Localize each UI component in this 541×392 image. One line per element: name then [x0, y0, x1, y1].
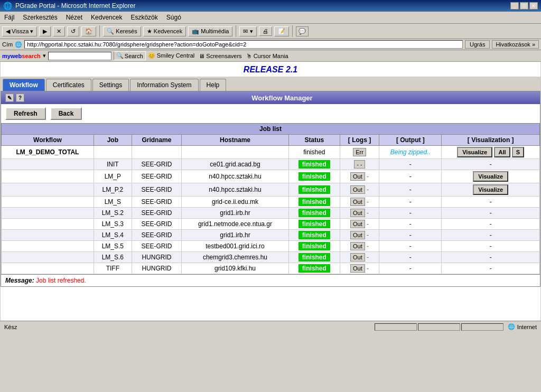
cell-job: LM_S.4 — [94, 230, 132, 241]
cell-hostname — [182, 146, 289, 159]
cell-hostname: grid1.irb.hr — [182, 208, 289, 219]
panel-header: ✎ ? Workflow Manager — [1, 91, 540, 104]
home-button[interactable]: 🏠 — [81, 26, 96, 36]
menu-favorites[interactable]: Kedvencek — [89, 13, 124, 22]
btn-row: Refresh Back — [1, 104, 540, 123]
refresh-button[interactable]: ↺ — [67, 26, 79, 36]
col-gridname-header: Gridname — [132, 135, 181, 146]
tab-settings[interactable]: Settings — [92, 79, 129, 91]
cell-job: LM_S.2 — [94, 208, 132, 219]
edit-icon[interactable]: ✎ — [5, 94, 14, 102]
visualize-button[interactable]: Visualize — [473, 184, 508, 195]
cell-visualization: - — [442, 252, 540, 263]
refresh-btn[interactable]: Refresh — [5, 107, 46, 120]
col-logs-header: [ Logs ] — [340, 135, 379, 146]
cell-status: finished — [288, 146, 340, 159]
search-input-wrap — [48, 52, 111, 60]
search-input[interactable] — [49, 53, 110, 59]
tab-help[interactable]: Help — [200, 79, 227, 91]
cell-output: - — [379, 197, 442, 208]
out-log-button[interactable]: Out — [350, 185, 365, 194]
menu-edit[interactable]: Szerkesztés — [21, 13, 59, 22]
being-zipped-text: Being zipped.. — [390, 148, 431, 156]
minimize-btn[interactable]: _ — [510, 2, 519, 10]
table-row: TIFFHUNGRIDgrid109.kfki.hufinishedOut --… — [2, 263, 540, 274]
print-button[interactable]: 🖨 — [259, 26, 272, 36]
menu-file[interactable]: Fájl — [2, 13, 16, 22]
cell-logs: Out - — [340, 170, 379, 183]
maximize-btn[interactable]: □ — [520, 2, 528, 10]
search-dropdown-icon[interactable]: ▾ — [43, 52, 46, 59]
out-log-button[interactable]: Out — [350, 198, 365, 206]
visualize-button[interactable]: Visualize — [457, 147, 492, 157]
out-log-button[interactable]: Out — [350, 253, 365, 262]
cell-gridname: SEE-GRID — [132, 183, 181, 197]
cell-hostname: grid1.irb.hr — [182, 230, 289, 241]
menu-bar: Fájl Szerkesztés Nézet Kedvencek Eszközö… — [0, 12, 541, 24]
cell-status: finished — [288, 263, 340, 274]
help-icon[interactable]: ? — [16, 94, 24, 102]
address-input[interactable] — [24, 40, 463, 49]
cursor-mania-link[interactable]: 🖱 Cursor Mania — [246, 53, 288, 59]
messenger-button[interactable]: 💬 — [296, 26, 309, 36]
all-button[interactable]: All — [494, 147, 510, 157]
status-bar: Kész 🌐 Internet — [0, 321, 541, 332]
globe-icon: 🌐 — [508, 323, 515, 330]
window-title: PGrade Portal - Microsoft Internet Explo… — [15, 2, 135, 10]
tab-information-system[interactable]: Information System — [130, 79, 198, 91]
links-button[interactable]: Hivatkozások » — [492, 40, 539, 49]
status-text: Kész — [4, 324, 17, 330]
menu-help[interactable]: Súgó — [164, 13, 183, 22]
cell-gridname: SEE-GRID — [132, 241, 181, 252]
table-row: LM_S.3SEE-GRIDgrid1.netmode.ece.ntua.grf… — [2, 219, 540, 230]
cell-workflow — [2, 252, 94, 263]
cell-gridname: SEE-GRID — [132, 197, 181, 208]
menu-tools[interactable]: Eszközök — [128, 13, 160, 22]
search-extras: 😊 Smiley Central 🖥 Screensavers 🖱 Cursor… — [148, 52, 288, 59]
favorites-button[interactable]: ★ Kedvencek — [143, 26, 186, 36]
err-log-button[interactable]: Err — [353, 148, 366, 156]
out-log-button[interactable]: Out — [350, 231, 365, 239]
cell-job: INIT — [94, 159, 132, 170]
message-label: Message: — [5, 277, 34, 284]
page-icon: 🌐 — [15, 41, 22, 48]
menu-view[interactable]: Nézet — [64, 13, 85, 22]
out-log-button[interactable]: Out — [350, 220, 365, 228]
forward-button[interactable]: ▶ — [39, 26, 51, 36]
browser-icon: 🌐 — [3, 2, 12, 10]
out-log-button[interactable]: Out — [350, 209, 365, 217]
cell-workflow — [2, 263, 94, 274]
cell-workflow — [2, 241, 94, 252]
media-button[interactable]: 📺 Multimédia — [188, 26, 232, 36]
tab-workflow[interactable]: Workflow — [3, 79, 45, 91]
cell-hostname: n40.hpcc.sztaki.hu — [182, 183, 289, 197]
smiley-central-link[interactable]: 😊 Smiley Central — [148, 52, 195, 59]
out-log-button[interactable]: Out — [350, 172, 365, 181]
visualize-button[interactable]: Visualize — [473, 171, 508, 182]
go-button[interactable]: Ugrás — [465, 40, 490, 49]
tab-certificates[interactable]: Certificates — [46, 79, 91, 91]
title-bar: 🌐 PGrade Portal - Microsoft Internet Exp… — [0, 0, 541, 12]
mail-button[interactable]: ✉ ▾ — [239, 26, 256, 36]
stop-button[interactable]: ✕ — [53, 26, 65, 36]
screensavers-link[interactable]: 🖥 Screensavers — [199, 53, 241, 59]
cell-logs: Out - — [340, 241, 379, 252]
search-toolbar-button[interactable]: 🔍 Keresés — [103, 26, 141, 36]
back-btn[interactable]: Back — [50, 107, 82, 120]
magnifier-icon: 🔍 — [116, 52, 124, 59]
cell-job: LM_S — [94, 197, 132, 208]
close-btn[interactable]: ✕ — [529, 2, 538, 10]
cell-output: - — [379, 252, 442, 263]
cell-visualization: - — [442, 230, 540, 241]
cell-output: - — [379, 263, 442, 274]
cell-status: finished — [288, 170, 340, 183]
search-brand: mywebsearch — [2, 53, 41, 59]
out-log-button[interactable]: Out — [350, 242, 365, 250]
out-log-button[interactable]: Out — [350, 264, 365, 273]
err-log-button[interactable]: - - — [354, 160, 365, 169]
s-button[interactable]: S — [512, 147, 524, 157]
search-button[interactable]: 🔍 Search — [114, 51, 146, 60]
cell-gridname: SEE-GRID — [132, 170, 181, 183]
edit-button[interactable]: 📝 — [274, 26, 289, 36]
back-button[interactable]: ◀ Vissza ▾ — [2, 26, 37, 36]
